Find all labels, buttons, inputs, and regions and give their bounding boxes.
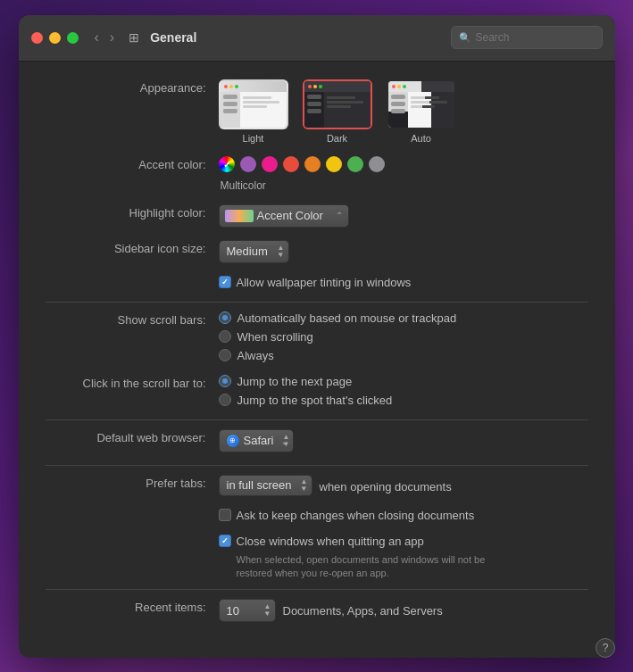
search-box[interactable]: 🔍 [451,26,603,49]
accent-orange[interactable] [304,156,321,172]
recent-items-row: Recent items: 5 10 15 20 25 30 None ▲ ▼ [46,599,588,622]
browser-row: Default web browser: ⊕ Safari ▲ ▼ [46,429,588,452]
highlight-color-row: Highlight color: Accent Color ⌃ [46,204,588,228]
highlight-chevron-icon: ⌃ [336,211,343,220]
search-input[interactable] [476,31,595,44]
auto-label: Auto [411,133,431,144]
appearance-light[interactable]: Light [219,79,288,144]
window-title: General [150,30,443,45]
recent-items-select-wrapper: 5 10 15 20 25 30 None ▲ ▼ [219,599,276,622]
appearance-dark[interactable]: Dark [303,79,372,144]
scroll-when-radio[interactable] [219,330,231,343]
close-windows-checkbox-row[interactable]: Close windows when quitting an app [219,535,424,548]
browser-content: ⊕ Safari ▲ ▼ [219,429,588,452]
content-area: Appearance: [19,62,615,653]
separator-4 [46,589,588,590]
scroll-always-label: Always [237,349,274,362]
accent-colors [219,156,385,172]
scroll-when-label: When scrolling [237,330,313,344]
wallpaper-tinting-checkbox[interactable] [219,276,231,288]
click-scroll-row: Click in the scroll bar to: Jump to the … [46,375,588,407]
recent-items-suffix: Documents, Apps, and Servers [283,604,443,618]
sidebar-icon-size-label: Sidebar icon size: [46,240,206,255]
dark-thumb [303,79,372,129]
prefer-tabs-select-wrapper: always in full screen manually ▲ ▼ [219,475,312,496]
dark-label: Dark [327,133,347,144]
accent-color-content: Multicolor [219,156,588,192]
click-spot-row[interactable]: Jump to the spot that's clicked [219,394,393,407]
click-scroll-radio-group: Jump to the next page Jump to the spot t… [219,375,393,407]
browser-label: Default web browser: [46,429,206,444]
close-windows-note: When selected, open documents and window… [237,553,522,581]
close-windows-checkbox[interactable] [219,535,231,547]
highlight-value: Accent Color [257,209,323,222]
minimize-button[interactable] [49,32,61,44]
recent-items-select[interactable]: 5 10 15 20 25 30 None [219,599,276,622]
ask-keep-checkbox[interactable] [219,509,231,521]
appearance-auto[interactable]: Auto [387,79,456,144]
nav-buttons: ‹ › [91,28,119,47]
accent-yellow[interactable] [326,156,342,172]
browser-select[interactable]: ⊕ Safari [219,429,295,452]
accent-multicolor[interactable] [219,156,235,172]
prefer-tabs-select[interactable]: always in full screen manually [219,475,312,496]
light-label: Light [243,133,264,144]
ask-keep-spacer [46,509,206,510]
accent-color-label: Accent color: [46,156,206,171]
sidebar-size-select-wrapper: Small Medium Large ▲ ▼ [219,240,289,263]
scroll-auto-row[interactable]: Automatically based on mouse or trackpad [219,311,457,325]
highlight-gradient [225,210,254,222]
forward-button[interactable]: › [106,28,118,47]
wallpaper-tinting-checkbox-row[interactable]: Allow wallpaper tinting in windows [219,276,412,289]
scroll-always-radio[interactable] [219,349,231,361]
ask-keep-changes-row: Ask to keep changes when closing documen… [46,509,588,522]
click-next-page-row[interactable]: Jump to the next page [219,375,393,388]
ask-keep-checkbox-row[interactable]: Ask to keep changes when closing documen… [219,509,475,522]
click-spot-radio[interactable] [219,394,231,406]
separator-1 [46,302,588,303]
click-next-page-radio[interactable] [219,375,231,387]
search-icon: 🔍 [459,32,471,44]
appearance-label: Appearance: [46,79,206,95]
titlebar: ‹ › ⊞ General 🔍 [19,15,615,62]
recent-items-content: 5 10 15 20 25 30 None ▲ ▼ Documents, App… [219,599,588,622]
help-button[interactable]: ? [596,638,615,658]
wallpaper-tinting-label: Allow wallpaper tinting in windows [237,276,412,289]
appearance-options-container: Light [219,79,588,144]
accent-pink[interactable] [262,156,278,172]
sidebar-size-select[interactable]: Small Medium Large [219,240,289,263]
prefer-tabs-label: Prefer tabs: [46,475,206,490]
browser-select-wrapper: ⊕ Safari ▲ ▼ [219,429,295,452]
close-button[interactable] [31,32,43,44]
ask-keep-label: Ask to keep changes when closing documen… [237,509,475,522]
wallpaper-tinting-content: Allow wallpaper tinting in windows [219,276,588,289]
auto-thumb [387,79,456,129]
close-windows-row: Close windows when quitting an app When … [46,535,588,581]
accent-purple[interactable] [240,156,256,172]
separator-2 [46,419,588,420]
highlight-select[interactable]: Accent Color ⌃ [219,204,349,228]
light-thumb [219,79,288,129]
prefer-tabs-content: always in full screen manually ▲ ▼ when … [219,475,588,496]
maximize-button[interactable] [67,32,79,44]
prefer-tabs-suffix: when opening documents [320,477,452,494]
scroll-bars-content: Automatically based on mouse or trackpad… [219,311,588,362]
recent-items-label: Recent items: [46,599,206,614]
scroll-bars-row: Show scroll bars: Automatically based on… [46,311,588,362]
scroll-bars-label: Show scroll bars: [46,311,206,327]
wallpaper-tinting-row: Allow wallpaper tinting in windows [46,276,588,289]
accent-graphite[interactable] [369,156,385,172]
scroll-auto-label: Automatically based on mouse or trackpad [237,311,457,325]
accent-red[interactable] [283,156,299,172]
sidebar-icon-size-content: Small Medium Large ▲ ▼ [219,240,588,263]
back-button[interactable]: ‹ [91,28,103,47]
separator-3 [46,465,588,466]
safari-icon: ⊕ [227,435,239,447]
accent-green[interactable] [347,156,363,172]
scroll-when-row[interactable]: When scrolling [219,330,457,344]
scroll-always-row[interactable]: Always [219,349,457,362]
scroll-auto-radio[interactable] [219,311,231,324]
appearance-options: Light [219,79,456,144]
close-windows-label: Close windows when quitting an app [237,535,424,548]
close-windows-content: Close windows when quitting an app When … [219,535,588,581]
